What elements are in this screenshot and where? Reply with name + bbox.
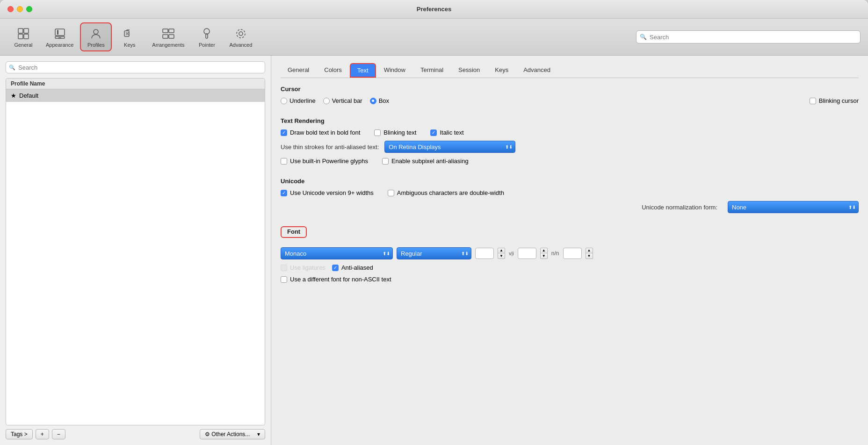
line-height-up[interactable]: ▲	[540, 248, 548, 253]
font-title: Font	[287, 228, 300, 235]
blinking-text-box	[374, 129, 381, 136]
toolbar-item-keys[interactable]: ⌘ Keys	[114, 23, 145, 50]
underline-radio-circle	[281, 98, 287, 104]
tab-terminal[interactable]: Terminal	[413, 63, 450, 78]
draw-bold-label: Draw bold text in bold font	[290, 129, 360, 136]
unicode-version-checkbox[interactable]: ✓ Use Unicode version 9+ widths	[281, 189, 374, 196]
unicode-version-box: ✓	[281, 190, 287, 196]
draw-bold-checkbox[interactable]: ✓ Draw bold text in bold font	[281, 129, 360, 136]
blinking-cursor-row: Blinking cursor	[810, 97, 859, 104]
general-icon	[16, 26, 31, 41]
svg-rect-13	[163, 29, 168, 33]
preferences-window: Preferences General Appearance Profiles …	[0, 0, 868, 445]
thin-strokes-select[interactable]: On Retina Displays Never Always Automati…	[384, 141, 515, 153]
tab-general[interactable]: General	[281, 63, 316, 78]
svg-point-8	[94, 29, 98, 34]
maximize-button[interactable]	[26, 6, 32, 12]
non-ascii-label: Use a different font for non-ASCII text	[290, 276, 391, 283]
toolbar-item-profiles[interactable]: Profiles	[80, 22, 112, 51]
cursor-radio-group: Underline Vertical bar Box	[281, 97, 389, 104]
ambiguous-checkbox[interactable]: Ambiguous characters are double-width	[388, 189, 504, 196]
svg-rect-0	[18, 29, 23, 33]
line-height-input[interactable]: 100	[518, 248, 536, 259]
box-radio[interactable]: Box	[370, 97, 389, 104]
text-render-row1: ✓ Draw bold text in bold font Blinking t…	[281, 129, 859, 136]
svg-rect-5	[57, 30, 58, 35]
titlebar: Preferences	[0, 0, 868, 19]
line-height-stepper: ▲ ▼	[540, 248, 548, 259]
font-size-up[interactable]: ▲	[498, 248, 505, 253]
search-input[interactable]	[636, 30, 861, 43]
profile-item-default[interactable]: ★ Default	[6, 89, 265, 102]
other-actions-button[interactable]: ⚙ Other Actions... ▾	[200, 429, 265, 439]
toolbar-item-general[interactable]: General	[7, 23, 39, 50]
text-rendering-title: Text Rendering	[281, 117, 859, 124]
remove-profile-button[interactable]: −	[52, 429, 65, 439]
svg-rect-16	[169, 35, 174, 38]
use-ligatures-label: Use ligatures	[290, 264, 326, 271]
font-size-down[interactable]: ▼	[498, 253, 505, 259]
tab-keys[interactable]: Keys	[488, 63, 515, 78]
use-ligatures-checkbox[interactable]: Use ligatures	[281, 264, 326, 271]
blinking-cursor-checkbox[interactable]: Blinking cursor	[810, 97, 859, 104]
thin-strokes-row: Use thin strokes for anti-aliased text: …	[281, 141, 859, 153]
appearance-label: Appearance	[46, 42, 73, 48]
vertical-bar-label: Vertical bar	[332, 97, 362, 104]
underline-radio[interactable]: Underline	[281, 97, 316, 104]
font-style-wrapper: Regular Bold Italic ⬆⬇	[397, 247, 471, 259]
other-actions: ⚙ Other Actions... ▾	[200, 429, 265, 439]
normalization-label: Unicode normalization form:	[642, 204, 717, 211]
cursor-options-row: Underline Vertical bar Box	[281, 97, 859, 104]
toolbar-item-advanced[interactable]: Advanced	[224, 23, 257, 50]
char-spacing-up[interactable]: ▲	[586, 248, 593, 253]
minimize-button[interactable]	[17, 6, 23, 12]
add-profile-button[interactable]: +	[36, 429, 49, 439]
line-height-down[interactable]: ▼	[540, 253, 548, 259]
italic-text-checkbox[interactable]: ✓ Italic text	[430, 129, 463, 136]
profile-list: Profile Name ★ Default	[6, 78, 265, 425]
tags-button[interactable]: Tags >	[6, 429, 33, 439]
subpixel-checkbox[interactable]: Enable subpixel anti-aliasing	[382, 158, 469, 165]
thin-strokes-dropdown-wrapper: On Retina Displays Never Always Automati…	[384, 141, 515, 153]
close-button[interactable]	[7, 6, 14, 12]
normalization-select[interactable]: None NFC NFD NFKC NFKD	[728, 201, 859, 213]
sidebar-search-icon: 🔍	[9, 65, 15, 71]
char-spacing-input[interactable]: 100	[563, 248, 582, 259]
vertical-bar-radio[interactable]: Vertical bar	[323, 97, 362, 104]
char-spacing-down[interactable]: ▼	[586, 253, 593, 259]
cursor-title: Cursor	[281, 86, 859, 93]
unicode-version-label: Use Unicode version 9+ widths	[290, 189, 374, 196]
font-style-select[interactable]: Regular Bold Italic	[397, 247, 471, 259]
box-label: Box	[379, 97, 389, 104]
tab-colors[interactable]: Colors	[317, 63, 349, 78]
blinking-text-label: Blinking text	[383, 129, 416, 136]
toolbar-item-appearance[interactable]: Appearance	[41, 23, 78, 50]
box-radio-circle	[370, 98, 376, 104]
toolbar-item-pointer[interactable]: Pointer	[191, 23, 223, 50]
svg-rect-7	[58, 37, 61, 38]
tab-session[interactable]: Session	[451, 63, 487, 78]
search-icon: 🔍	[640, 34, 647, 40]
non-ascii-box	[281, 276, 287, 283]
sidebar-search-input[interactable]	[6, 61, 265, 73]
anti-aliased-checkbox[interactable]: ✓ Anti-aliased	[332, 264, 373, 271]
toolbar: General Appearance Profiles ⌘ Keys Arran…	[0, 19, 868, 56]
svg-point-20	[237, 29, 245, 38]
font-name-select[interactable]: Monaco Menlo Courier New	[281, 247, 393, 259]
normalization-dropdown-wrapper: None NFC NFD NFKC NFKD ⬆⬇	[728, 201, 859, 213]
font-size-input[interactable]: 12	[475, 248, 494, 259]
blinking-text-checkbox[interactable]: Blinking text	[374, 129, 416, 136]
anti-aliased-box: ✓	[332, 265, 339, 271]
appearance-icon	[52, 26, 67, 41]
sidebar-search-wrapper: 🔍	[6, 61, 265, 73]
italic-text-box: ✓	[430, 129, 437, 136]
tab-window[interactable]: Window	[377, 63, 412, 78]
toolbar-item-arrangements[interactable]: Arrangements	[147, 23, 189, 50]
tab-advanced[interactable]: Advanced	[516, 63, 557, 78]
text-rendering-section: Text Rendering ✓ Draw bold text in bold …	[281, 117, 859, 169]
tab-text[interactable]: Text	[350, 63, 376, 78]
non-ascii-checkbox[interactable]: Use a different font for non-ASCII text	[281, 276, 391, 283]
normalization-row: Unicode normalization form: None NFC NFD…	[281, 201, 859, 213]
powerline-checkbox[interactable]: Use built-in Powerline glyphs	[281, 158, 368, 165]
font-size-stepper: ▲ ▼	[498, 248, 505, 259]
